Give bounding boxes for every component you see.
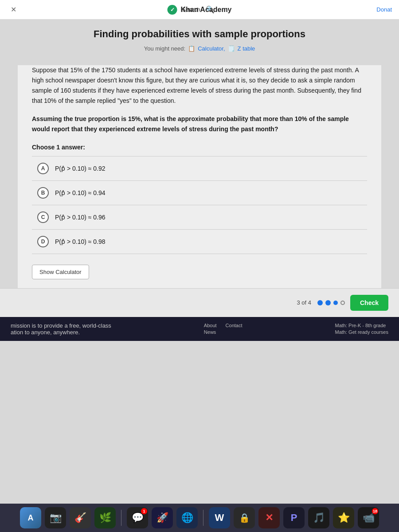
problem-text: Suppose that 15% of the 1750 students at… xyxy=(32,65,367,106)
dock-item-security[interactable]: 🔒 xyxy=(234,507,255,528)
choice-c-bubble: C xyxy=(37,211,49,223)
footer-contact[interactable]: Contact xyxy=(226,323,243,328)
content-card: Suppose that 15% of the 1750 students at… xyxy=(18,65,381,288)
site-name: Khan Academy xyxy=(181,6,232,14)
choice-a-bubble: A xyxy=(37,163,49,174)
footer-mission: mission is to provide a free, world-clas… xyxy=(11,322,111,336)
calculator-link[interactable]: Calculator, xyxy=(198,45,225,52)
you-might-need-label: You might need: xyxy=(144,45,185,52)
dock-item-photos[interactable]: 📷 xyxy=(45,507,66,528)
close-icon[interactable]: ✕ xyxy=(7,2,20,17)
dock-item-messages[interactable]: 💬 1 xyxy=(127,507,148,528)
dock-item-guitar[interactable]: 🎸 xyxy=(70,507,91,528)
footer-col-2: Contact xyxy=(226,323,243,335)
progress-dots: 3 of 4 xyxy=(297,299,345,306)
khan-academy-logo: ✓ xyxy=(168,5,177,15)
donate-link[interactable]: Donat xyxy=(376,6,392,13)
choose-label: Choose 1 answer: xyxy=(32,144,367,151)
choice-d[interactable]: D P(p̂ > 0.10) ≈ 0.98 xyxy=(32,229,367,254)
choice-d-text: P(p̂ > 0.10) ≈ 0.98 xyxy=(55,238,106,245)
page-header: Finding probabilities with sample propor… xyxy=(0,20,399,65)
check-button[interactable]: Check xyxy=(350,295,388,311)
question-text: Assuming the true proportion is 15%, wha… xyxy=(32,114,367,134)
top-bar-left: ✕ xyxy=(7,2,20,17)
dock-item-x[interactable]: ✕ xyxy=(258,507,280,528)
calculator-icon: 📋 xyxy=(188,45,195,52)
footer-news[interactable]: News xyxy=(204,329,217,335)
show-calculator-button[interactable]: Show Calculator xyxy=(32,265,89,279)
dot-2 xyxy=(325,300,331,305)
choice-b-bubble: B xyxy=(37,187,49,199)
footer-col-1: About News xyxy=(204,323,217,335)
dock-item-word[interactable]: W xyxy=(209,507,230,528)
progress-section: 3 of 4 Check xyxy=(0,288,399,317)
choice-a-text: P(p̂ > 0.10) ≈ 0.92 xyxy=(55,165,106,172)
dock: A 📷 🎸 🌿 💬 1 🚀 🌐 W 🔒 ✕ P 🎵 ⭐ 📹 18 xyxy=(0,504,399,532)
footer-mission-line2: ation to anyone, anywhere. xyxy=(11,329,111,336)
dock-separator-1 xyxy=(121,510,121,526)
dock-item-star[interactable]: ⭐ xyxy=(333,507,354,528)
dock-item-p[interactable]: P xyxy=(283,507,305,528)
dock-item-nature[interactable]: 🌿 xyxy=(94,507,116,528)
footer-mission-line1: mission is to provide a free, world-clas… xyxy=(11,322,111,329)
you-might-need-section: You might need: 📋 Calculator, 🗒️ Z table xyxy=(0,45,399,52)
ztable-link[interactable]: Z table xyxy=(238,45,255,52)
footer-bar: mission is to provide a free, world-clas… xyxy=(0,317,399,341)
dock-item-browser[interactable]: 🌐 xyxy=(176,507,198,528)
progress-label: 3 of 4 xyxy=(297,299,311,306)
dock-item-launch[interactable]: 🚀 xyxy=(152,507,173,528)
footer-math-ready[interactable]: Math: Get ready courses xyxy=(335,329,388,335)
choice-b-text: P(p̂ > 0.10) ≈ 0.94 xyxy=(55,189,106,196)
site-brand: ✓ Khan Academy xyxy=(168,5,232,15)
dot-4 xyxy=(340,301,345,305)
choice-b[interactable]: B P(p̂ > 0.10) ≈ 0.94 xyxy=(32,180,367,205)
choice-c[interactable]: C P(p̂ > 0.10) ≈ 0.96 xyxy=(32,205,367,229)
top-navigation-bar: ✕ Search 🔍 ✓ Khan Academy Donat xyxy=(0,0,399,20)
messages-badge: 1 xyxy=(141,508,147,514)
footer-about[interactable]: About xyxy=(204,323,217,328)
dot-1 xyxy=(317,300,323,305)
footer-right: Math: Pre-K - 8th grade Math: Get ready … xyxy=(335,323,388,335)
choice-c-text: P(p̂ > 0.10) ≈ 0.96 xyxy=(55,214,106,221)
dot-3 xyxy=(333,301,338,305)
video-badge: 18 xyxy=(372,508,378,514)
page-wrapper: Finding probabilities with sample propor… xyxy=(0,20,399,504)
dock-item-finder[interactable]: A xyxy=(20,507,41,528)
dock-separator-2 xyxy=(203,510,203,526)
ztable-icon: 🗒️ xyxy=(228,45,235,52)
dock-item-video[interactable]: 📹 18 xyxy=(358,507,379,528)
dock-item-music[interactable]: 🎵 xyxy=(308,507,329,528)
answer-choices: A P(p̂ > 0.10) ≈ 0.92 B P(p̂ > 0.10) ≈ 0… xyxy=(32,156,367,254)
choice-a[interactable]: A P(p̂ > 0.10) ≈ 0.92 xyxy=(32,156,367,180)
footer-math-prek[interactable]: Math: Pre-K - 8th grade xyxy=(335,323,388,328)
choice-d-bubble: D xyxy=(37,236,49,247)
page-title: Finding probabilities with sample propor… xyxy=(0,28,399,40)
footer-links: About News Contact xyxy=(204,323,243,335)
